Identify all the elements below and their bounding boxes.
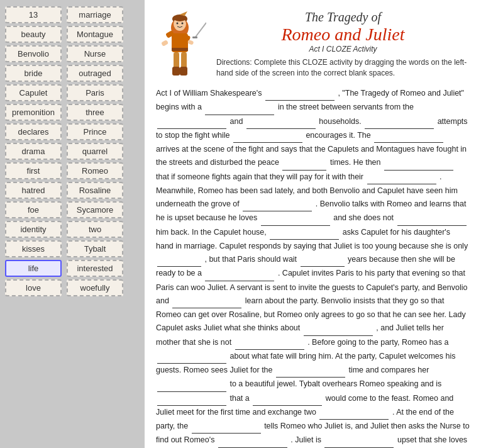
word-tile[interactable]: hatred [5, 182, 62, 199]
word-tile[interactable]: declares [5, 123, 62, 140]
word-col-right: marriageMontagueNurseoutragedParisthreeP… [67, 6, 123, 296]
word-tile[interactable]: beauty [5, 26, 62, 43]
svg-rect-8 [172, 48, 188, 51]
title-main-text: Romeo and Juliet [216, 26, 470, 43]
blank-17[interactable] [205, 267, 274, 281]
blank-22[interactable] [276, 364, 345, 378]
blank-28[interactable] [218, 434, 287, 447]
blank-13[interactable] [397, 211, 467, 225]
word-tile[interactable]: identity [5, 221, 62, 238]
blank-12[interactable] [261, 211, 330, 225]
blank-8[interactable] [282, 156, 326, 170]
word-tile[interactable]: premonition [5, 104, 62, 121]
word-tile[interactable]: foe [5, 201, 62, 218]
word-tile[interactable]: Tybalt [67, 240, 123, 257]
word-tile[interactable]: two [67, 221, 123, 238]
main-panel: The Tragedy of Romeo and Juliet Act I CL… [145, 0, 481, 448]
blank-16[interactable] [301, 253, 345, 267]
word-tile[interactable]: marriage [67, 6, 123, 23]
svg-point-4 [174, 15, 186, 21]
svg-line-13 [195, 23, 206, 38]
blank-5[interactable] [365, 115, 434, 129]
word-tile[interactable]: outraged [67, 65, 123, 82]
blank-26[interactable] [319, 406, 389, 420]
blank-7[interactable] [374, 129, 443, 143]
word-tile[interactable]: quarrel [67, 143, 123, 160]
title-block: The Tragedy of Romeo and Juliet Act I CL… [216, 10, 470, 79]
blank-19[interactable] [304, 322, 373, 335]
word-tile[interactable]: Montague [67, 26, 123, 43]
word-tile[interactable]: Prince [67, 123, 123, 140]
passage-text: Act I of William Shakespeare's , "The Tr… [156, 87, 470, 448]
svg-point-6 [182, 23, 184, 25]
blank-27[interactable] [192, 420, 261, 434]
svg-rect-10 [161, 40, 169, 47]
word-tile[interactable]: kisses [5, 240, 62, 257]
word-tile[interactable]: three [67, 104, 123, 121]
word-tile[interactable]: love [5, 279, 62, 296]
svg-rect-17 [172, 67, 180, 76]
word-tile[interactable]: 13 [5, 6, 62, 23]
romeo-figure [156, 10, 206, 79]
word-col-left: 13beautyBenvoliobrideCapuletpremonitiond… [5, 6, 62, 296]
word-tile[interactable]: Paris [67, 84, 123, 101]
blank-6[interactable] [233, 129, 302, 143]
word-tile[interactable]: bride [5, 65, 62, 82]
svg-rect-18 [180, 67, 187, 76]
word-tile[interactable]: first [5, 162, 62, 179]
blank-3[interactable] [157, 115, 226, 129]
word-tile[interactable]: Rosaline [67, 182, 123, 199]
word-tile[interactable]: Benvolio [5, 45, 62, 62]
blank-24[interactable] [157, 392, 226, 406]
blank-21[interactable] [157, 350, 226, 364]
word-tile[interactable]: woefully [67, 279, 123, 296]
title-top-text: The Tragedy of [216, 10, 470, 25]
title-section: The Tragedy of Romeo and Juliet Act I CL… [156, 10, 470, 79]
svg-point-5 [177, 23, 179, 25]
word-tile[interactable]: Nurse [67, 45, 123, 62]
blank-2[interactable] [205, 101, 274, 115]
blank-1[interactable] [265, 87, 334, 101]
word-tile[interactable]: drama [5, 143, 62, 160]
blank-9[interactable] [384, 156, 453, 170]
word-tile[interactable]: life [5, 260, 62, 277]
blank-15[interactable] [157, 253, 201, 267]
title-sub-text: Act I CLOZE Activity [216, 45, 470, 53]
directions-text: Directions: Complete this CLOZE activity… [216, 57, 470, 79]
blank-18[interactable] [172, 294, 241, 308]
blank-11[interactable] [243, 198, 312, 211]
word-tile[interactable]: Capulet [5, 84, 62, 101]
word-bank-columns: 13beautyBenvoliobrideCapuletpremonitiond… [5, 6, 140, 296]
blank-20[interactable] [235, 336, 304, 350]
word-bank: 13beautyBenvoliobrideCapuletpremonitiond… [0, 0, 145, 448]
word-tile[interactable]: interested [67, 260, 123, 277]
blank-14[interactable] [270, 226, 339, 240]
blank-25[interactable] [253, 392, 322, 406]
word-tile[interactable]: Romeo [67, 162, 123, 179]
blank-4[interactable] [246, 115, 316, 129]
blank-29[interactable] [324, 434, 394, 447]
svg-rect-14 [192, 36, 197, 38]
blank-23[interactable] [157, 378, 226, 391]
word-tile[interactable]: Sycamore [67, 201, 123, 218]
blank-10[interactable] [367, 171, 436, 184]
